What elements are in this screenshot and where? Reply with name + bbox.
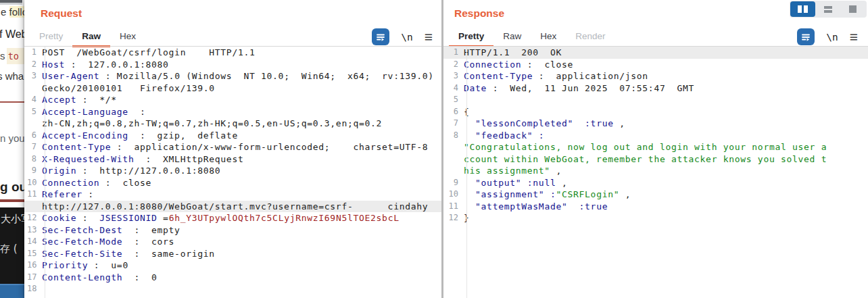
editor-menu-button[interactable]: ≡	[425, 30, 433, 44]
layout-single-pane-button[interactable]	[840, 1, 865, 17]
code-line-17[interactable]: 17Content-Length : 0	[24, 272, 441, 284]
code-line-5[interactable]: 5	[443, 94, 868, 106]
code-line-wrap[interactable]: his assignment" ,	[443, 165, 868, 177]
token-text: ,	[619, 189, 631, 199]
word-wrap-toggle-button[interactable]	[797, 28, 815, 45]
token-text: http://127.0.0.1:8080/WebGoat/start.mvc?…	[42, 201, 428, 212]
code-line-12[interactable]: 12}	[443, 212, 868, 224]
token-text: : 127.0.0.1:8080	[65, 59, 168, 70]
token-name: Referer	[42, 189, 82, 199]
code-line-1[interactable]: 1HTTP/1.1 200 OK	[443, 47, 868, 59]
response-editor[interactable]: 1HTTP/1.1 200 OK2Connection : close3Cont…	[443, 47, 868, 298]
line-number: 7	[446, 118, 464, 130]
code-line-wrap[interactable]: ccount within WebGoat, remember the atta…	[443, 153, 868, 166]
code-line-2[interactable]: 2Connection : close	[443, 59, 868, 71]
background-text-fragment: e follo	[1, 6, 24, 18]
code-line-wrap[interactable]: zh-CN,zh;q=0.8,zh-TW;q=0.7,zh-HK;q=0.5,e…	[24, 118, 441, 130]
tab-hex[interactable]: Hex	[531, 24, 566, 47]
token-text: :	[82, 189, 94, 199]
code-line-7[interactable]: 7Content-Type : application/x-www-form-u…	[24, 141, 441, 153]
code-line-wrap[interactable]: http://127.0.0.1:8080/WebGoat/start.mvc?…	[24, 201, 441, 213]
layout-split-rows-button[interactable]	[815, 1, 840, 17]
token-text: : application/x-www-form-urlencoded; cha…	[111, 142, 428, 152]
show-newlines-toggle[interactable]: \n	[401, 32, 412, 43]
code-line-12[interactable]: 12Cookie : JSESSIONID =6h_Y3UTpywlOQth7c…	[24, 212, 441, 224]
code-line-10[interactable]: 10Connection : close	[24, 177, 441, 189]
token-name: "lessonCompleted"	[475, 118, 573, 128]
code-line-wrap[interactable]: "Congratulations, now log out and login …	[443, 141, 868, 153]
code-line-10[interactable]: 10 "assignment" :"CSRFLogin" ,	[443, 189, 868, 201]
code-line-6[interactable]: 6{	[443, 106, 868, 118]
code-line-8[interactable]: 8X-Requested-With : XMLHttpRequest	[24, 153, 441, 166]
code-text: "lessonCompleted" :true ,	[464, 118, 625, 130]
token-text	[464, 118, 475, 128]
code-line-5[interactable]: 5Accept-Language :	[24, 106, 441, 118]
line-number: 5	[27, 106, 42, 118]
tab-raw[interactable]: Raw	[493, 24, 531, 47]
token-name: Content-Type	[42, 142, 111, 152]
line-number: 10	[446, 189, 464, 201]
tab-hex[interactable]: Hex	[110, 24, 145, 47]
word-wrap-toggle-button[interactable]	[372, 28, 389, 45]
line-number: 1	[446, 47, 464, 59]
line-number: 3	[27, 70, 42, 82]
gutter-divider	[45, 47, 45, 298]
layout-split-columns-button[interactable]	[790, 1, 815, 17]
line-number: 10	[27, 177, 42, 189]
line-number: 4	[27, 94, 42, 106]
line-number: 15	[27, 248, 42, 260]
code-line-7[interactable]: 7 "lessonCompleted" :true ,	[443, 118, 868, 130]
token-name: Accept-Language	[42, 107, 128, 117]
word-wrap-icon	[375, 32, 386, 43]
code-line-16[interactable]: 16Priority : u=0	[24, 259, 441, 272]
response-panel: Response PrettyRawHexRender \n ≡ 1HTTP/1…	[443, 0, 868, 298]
code-line-13[interactable]: 13Sec-Fetch-Dest : empty	[24, 224, 441, 237]
code-text: Gecko/20100101 Firefox/139.0	[42, 82, 215, 95]
editor-menu-button[interactable]: ≡	[850, 30, 858, 44]
code-text: Priority : u=0	[42, 259, 128, 272]
request-panel: Request PrettyRawHex \n ≡ 1POST /WebGoat…	[24, 0, 441, 298]
code-line-9[interactable]: 9 "output" :null ,	[443, 177, 868, 189]
code-line-14[interactable]: 14Sec-Fetch-Mode : cors	[24, 236, 441, 248]
code-line-11[interactable]: 11Referer :	[24, 189, 441, 201]
code-line-18[interactable]: 18	[24, 283, 441, 295]
code-text: Host : 127.0.0.1:8080	[42, 59, 169, 71]
show-newlines-toggle[interactable]: \n	[826, 32, 838, 43]
code-line-3[interactable]: 3User-Agent : Mozilla/5.0 (Windows NT 10…	[24, 70, 441, 82]
request-editor[interactable]: 1POST /WebGoat/csrf/login HTTP/1.12Host …	[24, 47, 441, 298]
code-line-4[interactable]: 4Accept : */*	[24, 94, 441, 106]
tab-raw[interactable]: Raw	[72, 24, 110, 47]
background-blue-bar	[0, 284, 24, 298]
code-line-9[interactable]: 9Origin : http://127.0.0.1:8080	[24, 165, 441, 177]
code-line-3[interactable]: 3Content-Type : application/json	[443, 70, 868, 82]
token-name: "output"	[475, 178, 521, 188]
message-editor-window: Request PrettyRawHex \n ≡ 1POST /WebGoat…	[24, 0, 868, 298]
code-text: "attemptWasMade" :true	[464, 201, 608, 213]
code-line-8[interactable]: 8 "feedback" :	[443, 130, 868, 142]
token-text: : 0	[122, 272, 157, 282]
line-number	[446, 153, 464, 166]
code-line-2[interactable]: 2Host : 127.0.0.1:8080	[24, 59, 441, 71]
background-window-edge-light	[0, 3, 22, 5]
code-line-1[interactable]: 1POST /WebGoat/csrf/login HTTP/1.1	[24, 47, 441, 59]
token-name: "attemptWasMade"	[475, 201, 567, 212]
columns-icon	[804, 5, 808, 13]
tab-pretty[interactable]: Pretty	[449, 24, 493, 47]
token-text	[464, 130, 475, 141]
code-text: "feedback" :	[464, 130, 544, 142]
token-str: his assignment"	[464, 166, 550, 176]
token-name: Content-Type	[464, 71, 533, 81]
rows-icon	[824, 6, 832, 13]
word-wrap-icon	[800, 32, 811, 43]
code-line-15[interactable]: 15Sec-Fetch-Site : same-origin	[24, 248, 441, 260]
code-line-11[interactable]: 11 "attemptWasMade" :true	[443, 201, 868, 213]
code-text: Sec-Fetch-Mode : cors	[42, 236, 174, 248]
code-line-6[interactable]: 6Accept-Encoding : gzip, deflate	[24, 130, 441, 142]
token-text: : Wed, 11 Jun 2025 07:55:47 GMT	[487, 83, 694, 93]
code-text: Sec-Fetch-Site : same-origin	[42, 248, 215, 260]
token-text: : same-origin	[122, 249, 214, 259]
code-line-4[interactable]: 4Date : Wed, 11 Jun 2025 07:55:47 GMT	[443, 82, 868, 95]
response-tabs: PrettyRawHexRender	[449, 24, 615, 47]
token-text	[464, 201, 475, 212]
code-line-wrap[interactable]: Gecko/20100101 Firefox/139.0	[24, 82, 441, 95]
